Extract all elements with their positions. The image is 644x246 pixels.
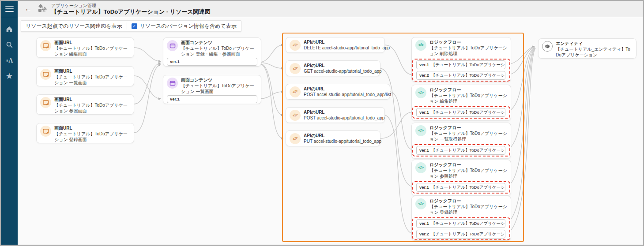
font-size-icon[interactable]: AA bbox=[1, 52, 18, 69]
favorites-star-icon[interactable]: ★ bbox=[1, 67, 18, 84]
api-url-node[interactable]: </> APIのURLPUT accel-studio-app/tutorial… bbox=[286, 130, 380, 146]
version-badge[interactable]: ver.1【チュートリアル】ToDoアプリケーション ... bbox=[416, 183, 505, 192]
show-relation-from-resource-button[interactable]: リソース起点でのリソース関連図を表示 bbox=[26, 22, 122, 30]
application-management-icon bbox=[38, 4, 47, 14]
logic-flow-node[interactable]: </> ロジックフロー【チュートリアル】ToDoアプリケーション 参照処理 ve… bbox=[411, 160, 511, 196]
screen-content-icon bbox=[167, 78, 178, 89]
home-icon[interactable] bbox=[1, 21, 18, 37]
search-icon[interactable] bbox=[1, 37, 18, 53]
screen-url-node[interactable]: 画面URL【チュートリアル】ToDoアプリケーション 登録画面 bbox=[36, 123, 134, 143]
api-icon: </> bbox=[290, 63, 301, 74]
version-badge[interactable]: ver.1【チュートリアル】ToDoアプリケーション ... bbox=[416, 146, 505, 155]
api-url-node[interactable]: </> APIのURLPOST accel-studio-app/tutoria… bbox=[286, 107, 385, 123]
version-field[interactable]: ver.1 bbox=[167, 95, 257, 103]
api-url-node[interactable]: </> APIのURLGET accel-studio-app/tutorial… bbox=[286, 60, 380, 76]
logic-flow-icon: </> bbox=[415, 40, 426, 51]
screen-url-node[interactable]: 画面URL【チュートリアル】ToDoアプリケーション 編集画面 bbox=[36, 37, 134, 58]
logic-flow-icon: </> bbox=[415, 87, 426, 98]
screen-url-icon bbox=[40, 69, 51, 80]
include-version-checkbox-row[interactable]: ✓ リソースのバージョン情報を含めて表示 bbox=[132, 22, 237, 30]
screen-content-icon bbox=[167, 40, 178, 51]
page-title: 【チュートリアル】ToDoアプリケーション - リソース関連図 bbox=[51, 8, 211, 15]
logic-flow-icon: </> bbox=[415, 198, 426, 209]
screen-url-icon bbox=[40, 126, 51, 137]
screen-content-node[interactable]: 画面コンテンツ【チュートリアル】ToDoアプリケーション 一覧画面 ver.1 bbox=[163, 75, 261, 104]
entity-icon bbox=[542, 41, 553, 52]
api-icon: </> bbox=[290, 40, 301, 51]
menu-icon[interactable] bbox=[1, 1, 18, 17]
logic-flow-node[interactable]: </> ロジックフロー【チュートリアル】ToDoアプリケーション 登録処理 ve… bbox=[411, 196, 511, 241]
back-arrow-icon[interactable]: ← bbox=[25, 5, 32, 13]
app-window: AA ★ ← アプリケーション管理 【チュートリアル】ToDoアプリケーション … bbox=[0, 0, 644, 246]
sidebar: AA ★ bbox=[1, 1, 18, 245]
version-badge[interactable]: ver.2【チュートリアル】ToDoアプリケーション ... bbox=[416, 230, 505, 239]
logic-flow-icon: </> bbox=[415, 162, 426, 173]
screen-url-icon bbox=[40, 40, 51, 51]
entity-node[interactable]: エンティティ【チュートリアル_エンティティ】ToDoアプリケーション bbox=[538, 38, 636, 59]
version-badge[interactable]: ver.1【チュートリアル】ToDoアプリケーション ... bbox=[416, 108, 505, 117]
screen-url-icon bbox=[40, 97, 51, 108]
api-url-node[interactable]: </> APIのURLDELETE accel-studio-app/tutor… bbox=[286, 37, 385, 53]
toolbar: リソース起点でのリソース関連図を表示 ✓ リソースのバージョン情報を含めて表示 bbox=[21, 20, 241, 32]
screen-url-node[interactable]: 画面URL【チュートリアル】ToDoアプリケーション 一覧画面 bbox=[36, 66, 134, 86]
api-icon: </> bbox=[290, 86, 301, 97]
api-icon: </> bbox=[290, 133, 301, 144]
include-version-checkbox-label: リソースのバージョン情報を含めて表示 bbox=[140, 22, 237, 30]
header: ← アプリケーション管理 【チュートリアル】ToDoアプリケーション - リソー… bbox=[18, 1, 643, 17]
breadcrumb: アプリケーション管理 bbox=[51, 3, 211, 8]
logic-flow-node[interactable]: </> ロジックフロー【チュートリアル】ToDoアプリケーション 編集処理 ve… bbox=[411, 85, 511, 121]
toolbar-divider bbox=[127, 22, 127, 30]
api-url-node[interactable]: </> APIのURLPOST accel-studio-app/tutoria… bbox=[286, 84, 390, 100]
version-badge[interactable]: ver.2【チュートリアル】ToDoアプリケーション ... bbox=[416, 71, 505, 80]
checkbox-checked-icon[interactable]: ✓ bbox=[132, 23, 137, 29]
screen-content-node[interactable]: 画面コンテンツ【チュートリアル】ToDoアプリケーション 登録・編集・参照画面 … bbox=[163, 37, 261, 67]
screen-url-node[interactable]: 画面URL【チュートリアル】ToDoアプリケーション 参照画面 bbox=[36, 94, 134, 115]
logic-flow-node[interactable]: </> ロジックフロー【チュートリアル】ToDoアプリケーション 一覧取得処理 … bbox=[411, 123, 511, 159]
api-icon: </> bbox=[290, 110, 301, 121]
logic-flow-icon: </> bbox=[415, 125, 426, 136]
version-field[interactable]: ver.1 bbox=[167, 58, 257, 66]
version-badge[interactable]: ver.1【チュートリアル】ToDoアプリケーション ... bbox=[416, 219, 505, 228]
logic-flow-node[interactable]: </> ロジックフロー【チュートリアル】ToDoアプリケーション 削除処理 ve… bbox=[411, 37, 511, 82]
version-badge[interactable]: ver.1【チュートリアル】ToDoアプリケーション ... bbox=[416, 60, 505, 69]
